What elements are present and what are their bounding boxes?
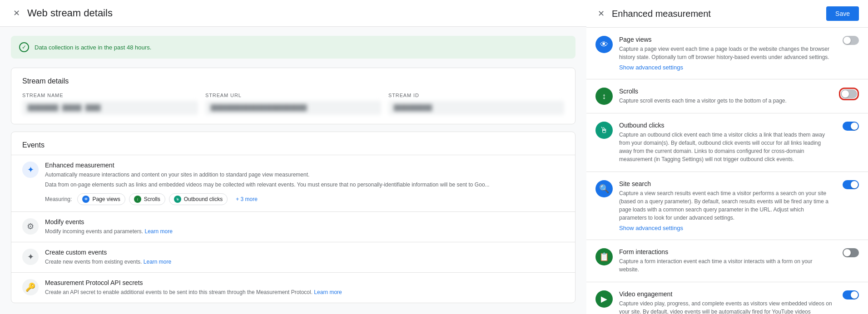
custom-icon: ✦ [22,249,39,265]
stream-name-field: STREAM NAME ████████ █████ ████ [22,93,198,115]
check-circle-icon: ✓ [19,42,29,52]
data-collection-banner: ✓ Data collection is active in the past … [11,36,575,59]
outbound-title: Outbound clicks [619,122,833,129]
scrolls-content: Scrolls Capture scroll events each time … [619,88,829,105]
pageviews-advanced-link[interactable]: Show advanced settings [619,64,833,71]
right-panel: ✕ Enhanced measurement Save 👁 Page views… [586,0,868,314]
banner-text: Data collection is active in the past 48… [35,44,151,51]
close-right-button[interactable]: ✕ [595,8,606,19]
measurement-item-scrolls: ↕ Scrolls Capture scroll events each tim… [586,79,868,113]
modify-icon: ⚙ [22,218,39,235]
outbound-toggle-container [843,122,859,131]
enhanced-content: Enhanced measurement Automatically measu… [45,162,564,205]
chip-outbound: 🖱 Outbound clicks [169,193,228,205]
pageviews-content: Page views Capture a page view event eac… [619,36,833,71]
events-title: Events [11,132,575,155]
site-search-icon: 🔍 [595,180,613,197]
site-search-toggle[interactable] [843,180,859,189]
chip-outbound-dot: 🖱 [174,196,181,203]
enhanced-desc: Automatically measure interactions and c… [45,171,564,179]
modify-desc: Modify incoming events and parameters. L… [45,227,564,236]
stream-details-card: Stream details STREAM NAME ████████ ████… [11,68,575,124]
enhanced-desc2: Data from on-page elements such as links… [45,181,564,189]
save-button[interactable]: Save [826,6,859,21]
panel-header: ✕ Web stream details [0,0,586,27]
measuring-label: Measuring: [45,196,72,202]
pageviews-toggle-container [843,36,859,45]
forms-toggle-knob [843,249,851,256]
stream-url-value: █████████████████████████ [205,101,381,115]
measurement-item-video: ▶ Video engagement Capture video play, p… [586,282,868,314]
video-content: Video engagement Capture video play, pro… [619,290,833,314]
chip-pageviews: 👁 Page views [77,193,125,205]
custom-learn-more-link[interactable]: Learn more [144,259,171,265]
custom-title: Create custom events [45,249,564,256]
site-search-title: Site search [619,180,833,187]
measuring-row: Measuring: 👁 Page views ↕ Scrolls 🖱 Outb… [45,193,564,205]
video-icon: ▶ [595,290,613,308]
close-left-button[interactable]: ✕ [11,8,22,19]
site-search-content: Site search Capture a view search result… [619,180,833,231]
event-item-custom: ✦ Create custom events Create new events… [11,242,575,272]
site-search-desc: Capture a view search results event each… [619,189,833,222]
forms-desc: Capture a form interaction event each ti… [619,257,833,274]
protocol-title: Measurement Protocol API secrets [45,279,564,286]
scrolls-toggle-knob [842,90,849,98]
chip-pageviews-dot: 👁 [82,196,89,203]
scrolls-desc: Capture scroll events each time a visito… [619,97,829,105]
outbound-toggle[interactable] [843,122,859,131]
chip-scrolls-label: Scrolls [144,196,160,202]
outbound-icon: 🖱 [595,122,613,139]
scrolls-toggle[interactable] [841,89,857,98]
stream-details-grid: STREAM NAME ████████ █████ ████ STREAM U… [22,93,564,115]
pageviews-toggle-knob [843,37,851,44]
modify-title: Modify events [45,218,564,226]
video-toggle-knob [851,291,858,299]
event-item-modify: ⚙ Modify events Modify incoming events a… [11,211,575,242]
scrolls-title: Scrolls [619,88,829,95]
forms-toggle[interactable] [843,248,859,257]
forms-toggle-container [843,248,859,257]
protocol-icon: 🔑 [22,279,39,295]
stream-url-label: STREAM URL [205,93,381,98]
enhanced-title: Enhanced measurement [45,162,564,169]
stream-url-field: STREAM URL █████████████████████████ [205,93,381,115]
chip-outbound-label: Outbound clicks [184,196,223,202]
modify-content: Modify events Modify incoming events and… [45,218,564,236]
chip-scrolls: ↕ Scrolls [129,193,165,205]
site-search-advanced-link[interactable]: Show advanced settings [619,225,833,231]
event-item-protocol: 🔑 Measurement Protocol API secrets Creat… [11,272,575,303]
stream-name-value: ████████ █████ ████ [22,101,198,115]
pageviews-toggle[interactable] [843,36,859,45]
forms-icon: 📋 [595,248,613,265]
chip-pageviews-label: Page views [92,196,120,202]
protocol-content: Measurement Protocol API secrets Create … [45,279,564,296]
stream-id-label: STREAM ID [388,93,564,98]
pageviews-desc: Capture a page view event each time a pa… [619,45,833,61]
right-header-left: ✕ Enhanced measurement [595,8,711,19]
chip-more[interactable]: + 3 more [231,194,262,204]
scrolls-icon: ↕ [595,88,613,105]
enhanced-icon: ✦ [22,162,39,178]
stream-id-field: STREAM ID ██████████ [388,93,564,115]
measurement-item-outbound: 🖱 Outbound clicks Capture an outbound cl… [586,113,868,172]
outbound-toggle-knob [851,123,858,130]
page-title: Web stream details [27,7,113,19]
outbound-content: Outbound clicks Capture an outbound clic… [619,122,833,163]
left-panel: ✕ Web stream details ✓ Data collection i… [0,0,586,314]
site-search-toggle-container [843,180,859,189]
right-panel-title: Enhanced measurement [612,9,711,19]
chip-scrolls-dot: ↕ [134,196,141,203]
video-desc: Capture video play, progress, and comple… [619,299,833,314]
forms-title: Form interactions [619,248,833,255]
measurement-item-pageviews: 👁 Page views Capture a page view event e… [586,28,868,79]
site-search-toggle-knob [851,181,858,188]
protocol-desc: Create an API secret to enable additiona… [45,288,564,296]
measurement-item-site-search: 🔍 Site search Capture a view search resu… [586,172,868,240]
video-toggle[interactable] [843,290,859,299]
modify-learn-more-link[interactable]: Learn more [144,228,172,235]
custom-content: Create custom events Create new events f… [45,249,564,266]
video-title: Video engagement [619,290,833,298]
protocol-learn-more-link[interactable]: Learn more [314,289,342,295]
custom-desc: Create new events from existing events. … [45,258,564,266]
